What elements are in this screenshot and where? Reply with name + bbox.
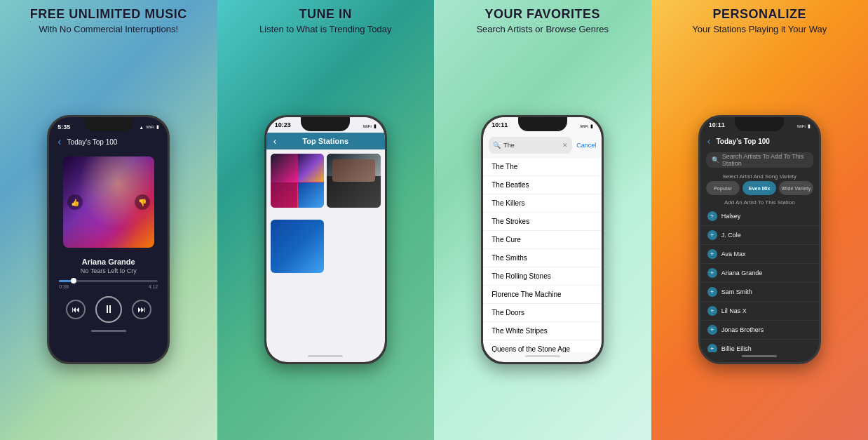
search-artists-bar[interactable]: 🔍 Search Artists To Add To This Station	[706, 152, 813, 168]
wifi-icon: WiFi	[146, 125, 154, 129]
search-input-box[interactable]: 🔍 The ✕	[489, 137, 572, 154]
add-artist-icon-0[interactable]: +	[707, 211, 717, 221]
progress-bar[interactable]	[59, 280, 158, 282]
artist-name-1: J. Cole	[721, 232, 741, 239]
signal-icon: ▲	[139, 125, 144, 130]
phone1-status-icons: ▲ WiFi ▮	[139, 124, 159, 130]
progress-section: 0:38 4:12	[49, 277, 168, 292]
search-clear-icon[interactable]: ✕	[562, 142, 568, 149]
artist-item-1[interactable]: + J. Cole	[700, 226, 819, 245]
plus-icon: +	[710, 269, 714, 276]
thumb-up-button[interactable]: 👍	[67, 194, 83, 210]
thumb-down-icon: 👎	[138, 199, 147, 206]
plus-icon: +	[710, 288, 714, 295]
panel3-subtitle: Search Artists or Browse Genres	[445, 24, 641, 34]
phone2-notch	[301, 117, 350, 131]
panel-your-favorites: YOUR FAVORITES Search Artists or Browse …	[434, 0, 651, 440]
station-cell-3[interactable]: Hot Hip Hop & R&B	[271, 220, 325, 274]
progress-times: 0:38 4:12	[59, 284, 158, 289]
current-time: 0:38	[59, 284, 69, 289]
variety-evenmix-button[interactable]: Even Mix	[742, 181, 776, 195]
phone4-notch	[735, 117, 784, 131]
search-result-7[interactable]: Florence The Machine	[483, 286, 602, 304]
phone3-status-icons: WiFi ▮	[580, 121, 593, 131]
home-indicator	[91, 330, 126, 332]
station-img-1	[271, 154, 325, 208]
plus-icon: +	[710, 232, 714, 239]
phone3-notch	[518, 117, 567, 131]
add-artist-icon-2[interactable]: +	[707, 249, 717, 259]
station-cell-5[interactable]: Top Pop Hits	[271, 286, 325, 340]
artist-item-6[interactable]: + Jonas Brothers	[700, 321, 819, 340]
artist-item-2[interactable]: + Ava Max	[700, 245, 819, 264]
search-result-0[interactable]: The The	[483, 158, 602, 176]
phone3-screen: 10:11 WiFi ▮ 🔍 The ✕ Cancel The The	[483, 117, 602, 362]
add-artist-icon-5[interactable]: +	[707, 306, 717, 316]
phone1-back-icon[interactable]: ‹	[57, 135, 61, 148]
panel2-title: TUNE IN	[228, 7, 424, 22]
search-result-8[interactable]: The Doors	[483, 304, 602, 322]
search-result-5[interactable]: The Smiths	[483, 249, 602, 267]
panel3-title: YOUR FAVORITES	[445, 7, 641, 22]
panel-tune-in: TUNE IN Listen to What is Trending Today…	[217, 0, 435, 440]
pause-button[interactable]: ⏸	[95, 296, 122, 323]
search-result-6[interactable]: The Rolling Stones	[483, 267, 602, 286]
station-cell-2[interactable]: Top Hits of Today	[327, 154, 381, 208]
station-img-6	[327, 286, 381, 340]
panel3-phone-container: 10:11 WiFi ▮ 🔍 The ✕ Cancel The The	[477, 40, 607, 440]
add-artist-icon-1[interactable]: +	[707, 230, 717, 240]
search-result-1[interactable]: The Beatles	[483, 176, 602, 194]
artist-name: Ariana Grande	[57, 258, 159, 266]
plus-icon: +	[710, 326, 714, 333]
phone4-time: 10:11	[709, 121, 725, 131]
variety-popular-button[interactable]: Popular	[706, 181, 740, 195]
phone4-screen: 10:11 WiFi ▮ ‹ Today's Top 100 🔍 Search …	[700, 117, 819, 362]
artist-item-7[interactable]: + Billie Eilish	[700, 340, 819, 352]
search-cancel-button[interactable]: Cancel	[576, 142, 596, 149]
search-result-9[interactable]: The White Stripes	[483, 322, 602, 340]
phone4-nav: ‹ Today's Top 100	[700, 133, 819, 149]
search-result-4[interactable]: The Cure	[483, 231, 602, 249]
phone2-home-indicator	[308, 355, 343, 357]
artist-item-5[interactable]: + Lil Nas X	[700, 302, 819, 321]
panel4-header: PERSONALIZE Your Stations Playing it You…	[651, 0, 869, 40]
add-artist-icon-3[interactable]: +	[707, 268, 717, 278]
phone1-notch	[84, 117, 133, 131]
artist-item-0[interactable]: + Halsey	[700, 207, 819, 226]
wifi-icon: WiFi	[797, 124, 806, 128]
phone2-screen: 10:23 WiFi ▮ ‹ Top Stations	[266, 117, 385, 362]
phone2-time: 10:23	[275, 121, 291, 131]
station-cell-1[interactable]: Today's Top 100	[271, 154, 325, 208]
station-img-3	[271, 220, 325, 274]
search-result-2[interactable]: The Killers	[483, 194, 602, 213]
s4-search-icon: 🔍	[712, 156, 719, 164]
previous-button[interactable]: ⏮	[66, 300, 86, 319]
artist-name-7: Billie Eilish	[721, 345, 752, 352]
add-artist-icon-6[interactable]: +	[707, 325, 717, 335]
battery-icon: ▮	[590, 124, 593, 129]
phone2-back-icon[interactable]: ‹	[273, 135, 277, 147]
phone4-back-icon[interactable]: ‹	[707, 135, 711, 147]
station-cell-6[interactable]: Hot Country	[327, 286, 381, 340]
progress-dot	[71, 278, 76, 284]
artist-item-4[interactable]: + Sam Smith	[700, 283, 819, 302]
search-result-3[interactable]: The Strokes	[483, 213, 602, 231]
artist-name-0: Halsey	[721, 213, 741, 220]
search-result-10[interactable]: Queens of the Stone Age	[483, 340, 602, 352]
home-indicator-area	[49, 327, 168, 337]
artist-item-3[interactable]: + Ariana Grande	[700, 264, 819, 283]
add-artist-icon-4[interactable]: +	[707, 287, 717, 297]
artist-list: + Halsey + J. Cole + Ava Max + Ariana Gr…	[700, 207, 819, 352]
thumb-down-button[interactable]: 👎	[135, 194, 150, 210]
phone2: 10:23 WiFi ▮ ‹ Top Stations	[264, 115, 387, 364]
station-cell-4[interactable]: Today's Top 100 (Clean)	[327, 220, 381, 274]
panel1-subtitle: With No Commercial Interruptions!	[11, 24, 207, 34]
artist-name-5: Lil Nas X	[721, 307, 747, 314]
variety-wide-button[interactable]: Wide Variety	[779, 181, 813, 195]
phone2-home-area	[266, 352, 385, 362]
next-button[interactable]: ⏭	[132, 300, 151, 319]
pause-icon: ⏸	[103, 303, 114, 316]
artist-name-4: Sam Smith	[721, 288, 752, 295]
phone1-nav-title: Today's Top 100	[67, 138, 118, 146]
add-artist-icon-7[interactable]: +	[707, 344, 717, 352]
